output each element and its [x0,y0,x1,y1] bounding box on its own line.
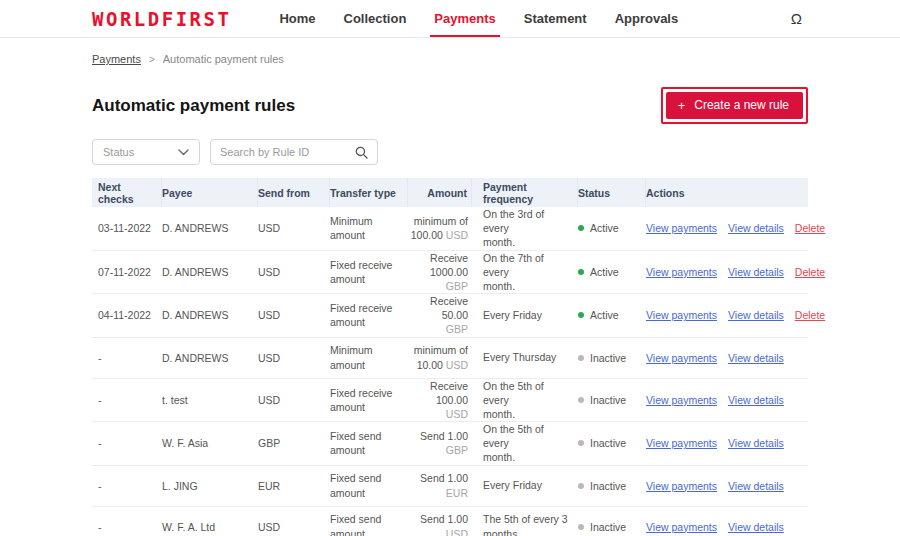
top-header: WORLDFIRST Home Collection Payments Stat… [0,0,900,38]
status-filter-dropdown[interactable]: Status [92,139,200,165]
view-details-link[interactable]: View details [728,309,784,321]
nav-payments[interactable]: Payments [420,0,509,37]
cell-actions: View paymentsView details [646,437,808,449]
cell-payment-frequency: On the 5th of every month. [472,379,578,422]
nav-home[interactable]: Home [265,0,329,37]
table-row: -W. F. AsiaGBPFixed send amountSend 1.00… [92,422,808,466]
breadcrumb-current: Automatic payment rules [163,53,284,65]
cell-send-from: USD [258,222,330,234]
delete-link[interactable]: Delete [795,222,825,234]
nav-collection[interactable]: Collection [330,0,421,37]
view-details-link[interactable]: View details [728,480,784,492]
search-icon[interactable] [355,146,368,159]
cell-status: Inactive [578,352,646,364]
cell-status: Inactive [578,521,646,533]
view-details-link[interactable]: View details [728,521,784,533]
amount-value: Send 1.00 [420,430,468,442]
status-dot-icon [578,440,584,446]
cell-amount: Send 1.00 GBP [408,429,472,457]
breadcrumb-payments-link[interactable]: Payments [92,53,141,65]
cell-transfer-type: Minimum amount [330,214,408,242]
delete-link[interactable]: Delete [795,309,825,321]
view-details-link[interactable]: View details [728,394,784,406]
cell-payment-frequency: Every Friday [472,308,578,322]
col-send-from: Send from [258,178,330,207]
nav-approvals[interactable]: Approvals [601,0,693,37]
create-new-rule-button[interactable]: + Create a new rule [666,92,803,119]
cell-amount: Send 1.00 USD [408,512,472,536]
cell-amount: minimum of100.00 USD [408,214,472,242]
view-details-link[interactable]: View details [728,352,784,364]
cell-actions: View paymentsView detailsDelete [646,266,831,278]
cell-transfer-type: Fixed receive amount [330,386,408,414]
cell-status: Inactive [578,437,646,449]
amount-currency: EUR [446,487,468,499]
cell-payee: D. ANDREWS [162,266,258,278]
cell-transfer-type: Minimum amount [330,343,408,371]
status-label: Inactive [590,352,626,364]
status-filter-label: Status [103,146,134,158]
delete-link[interactable]: Delete [795,266,825,278]
status-dot-icon [578,355,584,361]
amount-value: Receive 50.00 [430,295,468,321]
view-details-link[interactable]: View details [728,266,784,278]
table-row: -W. F. A. LtdUSDFixed send amountSend 1.… [92,507,808,536]
view-payments-link[interactable]: View payments [646,309,717,321]
cell-status: Inactive [578,480,646,492]
main-nav: Home Collection Payments Statement Appro… [265,0,692,37]
col-amount: Amount [408,178,472,207]
col-actions: Actions [646,178,808,207]
cell-payment-frequency: On the 5th of every month. [472,422,578,465]
cell-actions: View paymentsView details [646,480,808,492]
amount-value: minimum of [414,344,468,356]
chevron-down-icon [178,149,189,156]
amount-value: Send 1.00 [420,472,468,484]
cell-transfer-type: Fixed send amount [330,512,408,536]
view-payments-link[interactable]: View payments [646,352,717,364]
col-payment-frequency: Payment frequency [472,178,578,207]
view-payments-link[interactable]: View payments [646,480,717,492]
cell-status: Active [578,222,646,234]
cell-next-checks: 07-11-2022 [92,266,162,278]
amount-value: Receive 100.00 [430,380,468,406]
cell-actions: View paymentsView details [646,521,808,533]
status-label: Inactive [590,480,626,492]
amount-value: Receive [430,252,468,264]
status-dot-icon [578,269,584,275]
amount-value: Send 1.00 [420,513,468,525]
amount-currency: GBP [446,280,468,292]
cell-payment-frequency: Every Friday [472,478,578,492]
cell-send-from: USD [258,309,330,321]
cell-send-from: USD [258,266,330,278]
status-label: Inactive [590,521,626,533]
amount-currency: USD [446,229,468,241]
worldfirst-logo[interactable]: WORLDFIRST [92,8,231,30]
user-account-icon[interactable]: Ω [785,7,808,30]
view-payments-link[interactable]: View payments [646,521,717,533]
cell-payment-frequency: Every Thursday [472,350,578,364]
view-payments-link[interactable]: View payments [646,222,717,234]
table-row: 07-11-2022D. ANDREWSUSDFixed receive amo… [92,251,808,295]
cell-payee: D. ANDREWS [162,352,258,364]
cell-status: Inactive [578,394,646,406]
amount-value: 1000.00 [430,266,468,278]
amount-value: minimum of [414,215,468,227]
status-dot-icon [578,524,584,530]
view-payments-link[interactable]: View payments [646,437,717,449]
rule-search-input[interactable] [220,146,355,158]
cell-transfer-type: Fixed send amount [330,471,408,499]
rules-table: Next checks Payee Send from Transfer typ… [92,178,808,536]
view-payments-link[interactable]: View payments [646,394,717,406]
cell-next-checks: - [92,437,162,449]
nav-statement[interactable]: Statement [510,0,601,37]
cell-transfer-type: Fixed send amount [330,429,408,457]
view-details-link[interactable]: View details [728,437,784,449]
col-payee: Payee [162,178,258,207]
view-details-link[interactable]: View details [728,222,784,234]
cell-payee: W. F. A. Ltd [162,521,258,533]
cell-payee: t. test [162,394,258,406]
view-payments-link[interactable]: View payments [646,266,717,278]
table-row: -L. JINGEURFixed send amountSend 1.00 EU… [92,466,808,507]
cell-actions: View paymentsView detailsDelete [646,222,831,234]
cell-status: Active [578,266,646,278]
